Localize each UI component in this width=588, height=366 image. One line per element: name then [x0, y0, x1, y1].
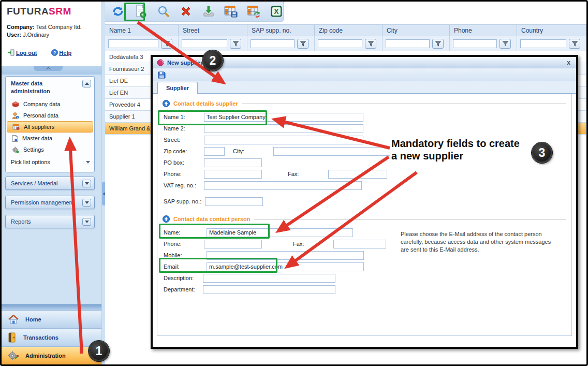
filter-input-name1[interactable]	[108, 39, 158, 48]
filter-button[interactable]	[297, 39, 308, 49]
funnel-icon	[572, 41, 578, 47]
section-bullet-icon[interactable]	[163, 100, 170, 107]
save-button[interactable]	[158, 71, 166, 79]
field-label-name2: Name 2:	[164, 125, 204, 131]
filter-button[interactable]	[432, 39, 444, 49]
funnel-icon	[368, 41, 374, 47]
tab-supplier[interactable]: Supplier	[157, 82, 198, 94]
logo-accent: SRM	[49, 6, 71, 17]
panel-expand-button[interactable]	[82, 218, 91, 226]
section-divider	[254, 219, 566, 219]
search-button[interactable]	[156, 5, 170, 19]
column-header-name1[interactable]: Name 1	[105, 24, 179, 36]
filter-button[interactable]	[230, 39, 241, 49]
sidebar-item-settings[interactable]: Settings	[6, 144, 94, 155]
pobox-input[interactable]	[204, 158, 262, 167]
step-badge-1: 1	[89, 341, 109, 361]
city-input[interactable]	[273, 147, 390, 156]
filter-input-city[interactable]	[386, 39, 430, 48]
panel-expand-button[interactable]	[82, 180, 91, 187]
step-badge-3: 3	[532, 142, 552, 163]
column-header-phone[interactable]: Phone	[450, 24, 517, 36]
dialog-tabstrip: Supplier	[153, 81, 576, 94]
delete-icon	[180, 5, 192, 18]
column-header-country[interactable]: Country	[517, 24, 586, 36]
delete-button[interactable]	[179, 5, 193, 19]
fax-input[interactable]	[328, 170, 387, 179]
user-label: User:	[7, 32, 21, 38]
filter-input-phone[interactable]	[453, 39, 497, 48]
panel-title-line1: Master data	[11, 80, 90, 87]
import-button[interactable]	[202, 5, 216, 19]
column-header-street[interactable]: Street	[179, 24, 247, 36]
company-value: Test Company ltd.	[36, 24, 82, 30]
filter-button[interactable]	[365, 39, 376, 49]
filter-button[interactable]	[161, 39, 172, 49]
name2-input[interactable]	[204, 124, 363, 133]
sidebar-divider-band	[2, 66, 101, 75]
phone-input[interactable]	[204, 170, 262, 179]
department-input[interactable]	[203, 285, 335, 294]
sidebar: FUTURASRM Company: Test Company ltd. Use…	[2, 2, 101, 364]
company-label: Company:	[7, 24, 35, 30]
vat-input[interactable]	[204, 181, 362, 190]
funnel-icon	[503, 41, 508, 47]
sidebar-collapse-handle[interactable]	[34, 66, 63, 71]
panel-collapse-button[interactable]	[82, 80, 91, 87]
refresh-button[interactable]	[111, 5, 125, 19]
field-label-sap: SAP supp. no.:	[164, 198, 204, 204]
sidebar-panel-reports[interactable]: Reports	[5, 215, 95, 228]
sidebar-item-personal-data[interactable]: i Personal data	[6, 110, 94, 121]
sidebar-splitter[interactable]	[101, 2, 105, 364]
highlight-box-contact-name-field	[159, 224, 270, 239]
help-label: Help	[59, 50, 71, 56]
highlight-box-new-supplier-icon	[124, 3, 145, 21]
excel-export-button[interactable]: X	[269, 5, 283, 19]
contact-fax-input[interactable]	[333, 240, 386, 248]
sidebar-panel-permission-management[interactable]: Permission management	[5, 196, 95, 209]
filter-button[interactable]	[499, 39, 511, 49]
help-link[interactable]: ? Help	[51, 49, 71, 56]
sidebar-item-company-data[interactable]: Company data	[6, 98, 94, 110]
sidebar-panel-services-material[interactable]: Services / Material	[5, 177, 95, 190]
nav-item-administration[interactable]: Administration	[2, 346, 101, 364]
app-logo: FUTURASRM	[7, 6, 71, 17]
section-bullet-icon[interactable]	[163, 215, 170, 223]
zip-input[interactable]	[204, 147, 225, 156]
refresh-layout-button[interactable]	[247, 5, 261, 19]
logo-primary: FUTURA	[7, 6, 49, 17]
section-title: Contact data contact person	[173, 216, 251, 222]
description-input[interactable]	[203, 274, 335, 283]
save-layout-button[interactable]	[224, 5, 238, 19]
caret-down-icon	[86, 161, 90, 164]
panel-expand-button[interactable]	[82, 199, 91, 207]
column-header-zip-code[interactable]: Zip code	[315, 24, 383, 36]
street-input[interactable]	[204, 136, 363, 144]
nav-item-home[interactable]: Home	[2, 310, 101, 328]
master-data-panel: Master data administration Company data …	[5, 76, 95, 172]
sap-supp-no-input[interactable]	[205, 197, 263, 206]
column-header-sap-supp-no[interactable]: SAP supp. no.	[247, 24, 315, 36]
filter-input-zip-code[interactable]	[318, 39, 362, 48]
home-icon	[8, 315, 19, 325]
sidebar-item-all-suppliers[interactable]: All suppliers	[7, 121, 93, 133]
filter-input-country[interactable]	[520, 39, 566, 48]
user-value: J.Ordinary	[23, 32, 49, 38]
filter-input-street[interactable]	[182, 39, 227, 48]
contact-phone-input[interactable]	[204, 240, 262, 248]
close-icon[interactable]: x	[565, 60, 572, 66]
sidebar-item-master-data[interactable]: Master data	[6, 133, 94, 144]
filter-input-sap-supp-no[interactable]	[251, 39, 295, 48]
sidebar-header: FUTURASRM Company: Test Company ltd. Use…	[2, 2, 101, 66]
filter-button[interactable]	[569, 39, 580, 49]
nav-item-transactions[interactable]: Transactions	[2, 328, 101, 346]
save-icon	[158, 71, 166, 79]
sidebar-item-pick-list-options[interactable]: Pick list options	[6, 156, 94, 168]
section-contact-details-supplier: Contact details supplier	[163, 100, 566, 107]
personal-data-icon: i	[12, 112, 19, 119]
column-header-city[interactable]: City	[383, 24, 450, 36]
nav-divider	[2, 304, 101, 310]
triangle-up-icon	[85, 82, 89, 85]
funnel-icon	[233, 41, 239, 47]
logout-link[interactable]: Log out	[8, 49, 37, 56]
